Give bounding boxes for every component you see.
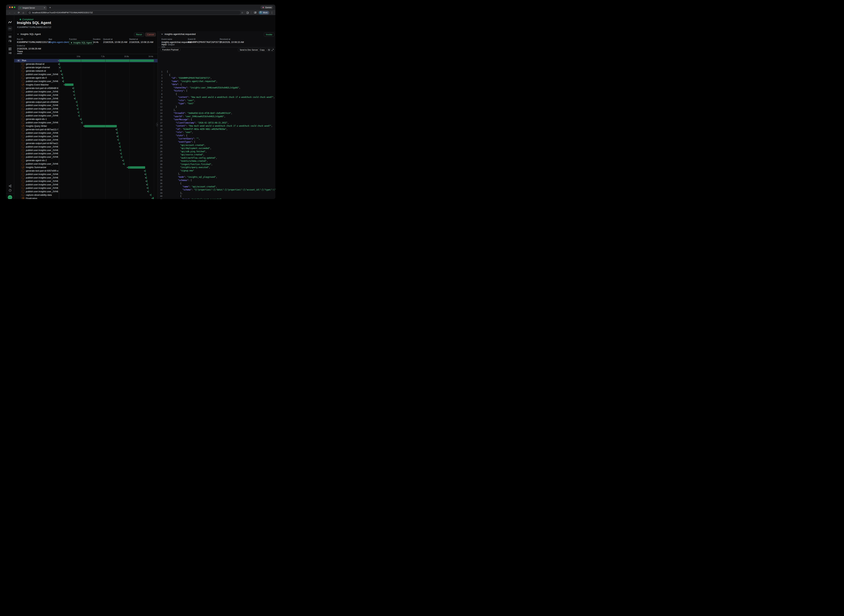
browser-tab[interactable]: Inngest Server ✕ — [18, 6, 47, 10]
trace-row[interactable]: >_generate-target-channel — [14, 66, 158, 69]
share-icon[interactable] — [6, 185, 14, 188]
trace-row[interactable]: >_generate-output-part-id-887aa111-5d4e.… — [14, 142, 158, 145]
expand-button[interactable] — [271, 48, 274, 51]
trace-row[interactable]: >_generate-tool-part-id-c458648f-8d60-..… — [14, 87, 158, 90]
send-to-dev-server-button[interactable]: Send to Dev Server — [238, 48, 259, 51]
trace-row[interactable]: >_publish:user:insights:user_2VH6zowmh..… — [14, 111, 158, 114]
span-bar[interactable] — [145, 170, 146, 172]
sidebar-item-events[interactable] — [6, 40, 14, 43]
span-bar[interactable] — [82, 122, 83, 124]
trace-row[interactable]: >_generate-output-part-id-c458648f-8d6..… — [14, 100, 158, 104]
trace-run-row[interactable]: 40 Run — [14, 59, 158, 62]
trace-row[interactable]: >_publish:user:insights:user_2VH6zowmh..… — [14, 180, 158, 183]
word-wrap-button[interactable] — [267, 48, 271, 51]
trace-row[interactable]: >_publish:user:insights:user_2VH6zowmh..… — [14, 121, 158, 125]
trace-row[interactable]: >_publish:user:insights:user_2VH6zowmh..… — [14, 90, 158, 93]
trace-row[interactable]: >_publish:user:insights:user_2VH6zowmh..… — [14, 135, 158, 138]
trace-row[interactable]: >_capture-observability-data — [14, 193, 158, 197]
span-bar[interactable] — [118, 139, 119, 141]
span-bar[interactable] — [148, 187, 148, 189]
trace-row[interactable]: >_publish:user:insights:user_2VH6zowmh..… — [14, 152, 158, 155]
minimize-window-button[interactable] — [12, 7, 13, 8]
span-bar[interactable] — [63, 77, 63, 79]
span-bar[interactable] — [117, 132, 118, 134]
trace-row[interactable]: >_generate-agent-ids-0 — [14, 76, 158, 80]
back-icon[interactable]: ← — [8, 10, 12, 15]
span-bar[interactable] — [152, 197, 154, 199]
extensions-icon[interactable] — [246, 10, 249, 15]
tab-output[interactable]: Output — [168, 43, 174, 46]
span-bar[interactable] — [73, 87, 74, 89]
span-bar[interactable] — [59, 63, 60, 65]
field-value[interactable]: insights-agent-client — [48, 41, 69, 44]
forward-icon[interactable]: → — [13, 10, 16, 15]
close-window-button[interactable] — [9, 7, 10, 8]
span-bar[interactable] — [124, 163, 125, 165]
gemini-badge[interactable]: Gemini — [261, 6, 273, 9]
trace-row[interactable]: >_generate-agent-ids-1 — [14, 117, 158, 121]
span-bar[interactable] — [120, 145, 120, 148]
trace-row[interactable]: >_publish:user:insights:user_2VH6zowmh..… — [14, 162, 158, 166]
help-icon[interactable]: ? — [6, 189, 14, 192]
tab-input[interactable]: Input — [161, 43, 167, 46]
function-payload-button[interactable]: Function Payload — [160, 48, 180, 51]
span-bar[interactable] — [63, 80, 64, 82]
trace-row[interactable]: Insights Summarizer — [14, 166, 158, 169]
event-accordion-header[interactable]: insights-agent/chat.requested — [161, 33, 196, 35]
run-accordion-header[interactable]: Insights SQL Agent — [17, 33, 41, 35]
span-bar[interactable] — [77, 101, 77, 103]
browser-menu-icon[interactable]: ⋮ — [271, 10, 273, 15]
trace-row[interactable]: >_publish:user:insights:user_2VH6zowmh..… — [14, 114, 158, 117]
span-bar[interactable] — [147, 183, 148, 186]
trace-row[interactable]: >_publish:user:insights:user_2VH6zowmh..… — [14, 148, 158, 152]
reload-icon[interactable]: ⟳ — [17, 10, 21, 15]
trace-row[interactable]: Finalization — [14, 197, 158, 199]
trace-row[interactable]: >_publish:user:insights:user_2VH6zowmh..… — [14, 176, 158, 180]
span-bar[interactable] — [61, 70, 62, 72]
dev-mode-button[interactable]: </> — [6, 195, 14, 199]
trace-row[interactable]: >_generate-thread-id — [14, 62, 158, 66]
run-children-count[interactable]: 40 — [16, 59, 22, 62]
span-bar[interactable] — [120, 149, 121, 151]
trace-row[interactable]: >_generate-agent-ids-2 — [14, 159, 158, 162]
trace-row[interactable]: >_publish:user:insights:user_2VH6zowmh..… — [14, 173, 158, 176]
trace-row[interactable]: >_publish:user:insights:user_2VH6zowmh..… — [14, 186, 158, 190]
trace-row[interactable]: Insights Query Writer — [14, 125, 158, 128]
env-avatar[interactable]: DV — [6, 26, 14, 31]
span-bar[interactable] — [123, 159, 124, 162]
tab-search-icon[interactable] — [254, 10, 256, 15]
span-bar[interactable] — [78, 108, 78, 110]
span-bar[interactable] — [60, 66, 61, 69]
home-icon[interactable]: ⌂ — [22, 10, 25, 15]
sidebar-item-dev-server[interactable] — [6, 52, 14, 54]
span-bar[interactable] — [62, 73, 63, 76]
span-bar[interactable] — [65, 84, 73, 86]
function-badge[interactable]: Insights SQL Agent — [69, 41, 93, 45]
span-bar[interactable] — [147, 180, 147, 182]
trace-row[interactable]: >_publish:user:insights:user_2VH6zowmh..… — [14, 145, 158, 148]
payload-json-viewer[interactable]: 1[2{3"id": "01KHRMPVZP0V977KAT2GP3ST7J",… — [158, 70, 275, 199]
trace-row[interactable]: >_publish:user:insights:user_2VH6zowmh..… — [14, 107, 158, 111]
span-bar[interactable] — [148, 190, 149, 193]
site-info-icon[interactable]: i — [29, 12, 31, 14]
trace-row[interactable]: >_generate-text-part-id-9357e5f0-a530-4.… — [14, 169, 158, 173]
trace-row[interactable]: >_publish:user:insights:user_2VH6zowmh..… — [14, 190, 158, 193]
trace-row[interactable]: >_publish:user:insights:user_2VH6zowmh..… — [14, 80, 158, 83]
tab-trace[interactable]: Trace — [17, 50, 23, 53]
span-bar[interactable] — [79, 111, 79, 113]
bookmark-star-icon[interactable]: ☆ — [241, 10, 243, 15]
span-bar[interactable] — [79, 114, 80, 117]
span-bar[interactable] — [75, 94, 75, 96]
span-bar[interactable] — [122, 156, 122, 158]
span-bar[interactable] — [77, 104, 78, 107]
trace-row[interactable]: >_publish:user:insights:user_2VH6zowmh..… — [14, 155, 158, 159]
span-bar[interactable] — [128, 166, 145, 169]
inngest-logo[interactable] — [6, 21, 14, 24]
span-bar[interactable] — [151, 194, 151, 196]
sidebar-item-runs[interactable] — [6, 35, 14, 38]
trace-row[interactable]: >_publish:user:insights:user_2VH6zowmh..… — [14, 104, 158, 107]
trace-row[interactable]: >_publish:user:insights:user_2VH6zowmh..… — [14, 73, 158, 76]
trace-row[interactable]: >_publish:user:insights:user_2VH6zowmh..… — [14, 131, 158, 135]
trace-row[interactable]: >_generate-tool-part-id-887aa111-5d4e-45… — [14, 128, 158, 131]
trace-row[interactable]: >_publish:user:insights:user_2VH6zowmh..… — [14, 93, 158, 97]
